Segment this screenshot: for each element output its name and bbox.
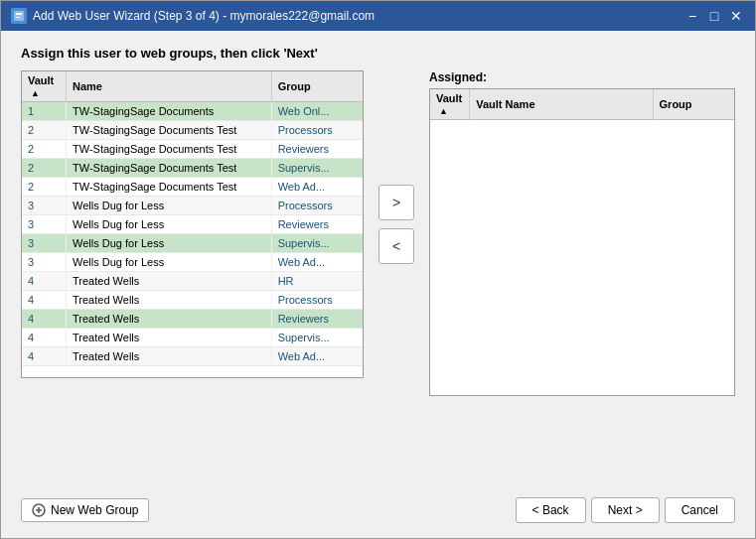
assigned-groups-panel: Assigned: Vault ▲ Vault Name xyxy=(429,70,735,396)
group-cell: Web Onl... xyxy=(271,102,363,121)
table-row[interactable]: 4 Treated Wells Reviewers xyxy=(22,310,363,329)
vault-cell: 2 xyxy=(22,178,67,197)
bottom-bar: New Web Group < Back Next > Cancel xyxy=(21,489,735,528)
vault-cell: 2 xyxy=(22,159,67,178)
vault-col-header[interactable]: Vault ▲ xyxy=(22,71,67,102)
group-cell: Supervis... xyxy=(271,159,363,178)
table-row[interactable]: 2 TW-StagingSage Documents Test Supervis… xyxy=(22,159,363,178)
available-groups-panel: Vault ▲ Name Group xyxy=(21,70,364,378)
name-cell: Wells Dug for Less xyxy=(67,234,272,253)
window-title: Add Web User Wizard (Step 3 of 4) - mymo… xyxy=(33,9,375,23)
group-cell: Supervis... xyxy=(271,329,363,347)
assigned-vault-sort-icon: ▲ xyxy=(439,106,448,116)
vault-cell: 4 xyxy=(22,291,67,310)
vault-cell: 3 xyxy=(22,215,67,234)
available-groups-table: Vault ▲ Name Group xyxy=(22,71,363,366)
table-row[interactable]: 4 Treated Wells Web Ad... xyxy=(22,347,363,366)
assigned-vaultname-col-header[interactable]: Vault Name xyxy=(470,89,653,120)
table-row[interactable]: 2 TW-StagingSage Documents Test Processo… xyxy=(22,121,363,140)
vault-cell: 2 xyxy=(22,121,67,140)
group-cell: Processors xyxy=(271,197,363,215)
table-row[interactable]: 3 Wells Dug for Less Supervis... xyxy=(22,234,363,253)
name-cell: TW-StagingSage Documents xyxy=(67,102,272,121)
group-cell: Processors xyxy=(271,291,363,310)
table-row[interactable]: 2 TW-StagingSage Documents Test Web Ad..… xyxy=(22,178,363,197)
back-button[interactable]: < Back xyxy=(516,497,586,523)
maximize-button[interactable]: □ xyxy=(705,7,723,25)
name-cell: TW-StagingSage Documents Test xyxy=(67,121,272,140)
name-cell: Treated Wells xyxy=(67,329,272,347)
table-row[interactable]: 3 Wells Dug for Less Processors xyxy=(22,197,363,215)
navigation-buttons: < Back Next > Cancel xyxy=(516,497,735,523)
table-row[interactable]: 4 Treated Wells HR xyxy=(22,272,363,291)
new-web-group-button[interactable]: New Web Group xyxy=(21,498,149,522)
name-cell: Treated Wells xyxy=(67,272,272,291)
available-groups-table-container[interactable]: Vault ▲ Name Group xyxy=(21,70,364,378)
minimize-button[interactable]: − xyxy=(683,7,701,25)
svg-rect-0 xyxy=(14,11,24,21)
group-cell: Processors xyxy=(271,121,363,140)
assigned-groups-table-container[interactable]: Vault ▲ Vault Name Group xyxy=(429,88,735,396)
vault-cell: 4 xyxy=(22,347,67,366)
add-to-assigned-button[interactable]: > xyxy=(378,185,414,220)
table-row[interactable]: 4 Treated Wells Processors xyxy=(22,291,363,310)
assigned-label: Assigned: xyxy=(429,70,735,84)
vault-cell: 4 xyxy=(22,310,67,329)
group-cell: Web Ad... xyxy=(271,178,363,197)
name-cell: TW-StagingSage Documents Test xyxy=(67,140,272,159)
vault-sort-icon: ▲ xyxy=(31,88,40,98)
name-col-header[interactable]: Name xyxy=(67,71,272,102)
name-cell: Treated Wells xyxy=(67,291,272,310)
vault-cell: 3 xyxy=(22,234,67,253)
table-row[interactable]: 4 Treated Wells Supervis... xyxy=(22,329,363,347)
name-cell: Wells Dug for Less xyxy=(67,197,272,215)
assigned-group-col-header[interactable]: Group xyxy=(653,89,734,120)
vault-cell: 4 xyxy=(22,272,67,291)
vault-cell: 3 xyxy=(22,253,67,272)
group-cell: Reviewers xyxy=(271,215,363,234)
table-row[interactable]: 3 Wells Dug for Less Web Ad... xyxy=(22,253,363,272)
close-button[interactable]: ✕ xyxy=(727,7,745,25)
group-cell: Reviewers xyxy=(271,140,363,159)
name-cell: Treated Wells xyxy=(67,347,272,366)
group-cell: Web Ad... xyxy=(271,347,363,366)
vault-cell: 1 xyxy=(22,102,67,121)
cancel-button[interactable]: Cancel xyxy=(665,497,735,523)
name-cell: TW-StagingSage Documents Test xyxy=(67,159,272,178)
group-cell: Supervis... xyxy=(271,234,363,253)
wizard-window: Add Web User Wizard (Step 3 of 4) - mymo… xyxy=(0,0,756,539)
window-controls: − □ ✕ xyxy=(683,7,745,25)
group-col-header[interactable]: Group xyxy=(271,71,363,102)
title-bar: Add Web User Wizard (Step 3 of 4) - mymo… xyxy=(1,1,755,31)
transfer-buttons: > < xyxy=(374,70,419,378)
app-icon xyxy=(11,8,27,24)
name-cell: TW-StagingSage Documents Test xyxy=(67,178,272,197)
svg-rect-1 xyxy=(16,13,22,15)
assigned-groups-table: Vault ▲ Vault Name Group xyxy=(430,89,734,120)
instruction-text: Assign this user to web groups, then cli… xyxy=(21,46,735,61)
next-button[interactable]: Next > xyxy=(591,497,660,523)
group-cell: HR xyxy=(271,272,363,291)
group-cell: Reviewers xyxy=(271,310,363,329)
name-cell: Wells Dug for Less xyxy=(67,215,272,234)
assigned-vault-col-header[interactable]: Vault ▲ xyxy=(430,89,470,120)
remove-from-assigned-button[interactable]: < xyxy=(378,228,414,264)
vault-cell: 4 xyxy=(22,329,67,347)
table-row[interactable]: 3 Wells Dug for Less Reviewers xyxy=(22,215,363,234)
name-cell: Treated Wells xyxy=(67,310,272,329)
name-cell: Wells Dug for Less xyxy=(67,253,272,272)
svg-rect-2 xyxy=(16,17,20,18)
table-row[interactable]: 2 TW-StagingSage Documents Test Reviewer… xyxy=(22,140,363,159)
vault-cell: 2 xyxy=(22,140,67,159)
plus-circle-icon xyxy=(32,503,46,517)
vault-cell: 3 xyxy=(22,197,67,215)
group-cell: Web Ad... xyxy=(271,253,363,272)
table-row[interactable]: 1 TW-StagingSage Documents Web Onl... xyxy=(22,102,363,121)
